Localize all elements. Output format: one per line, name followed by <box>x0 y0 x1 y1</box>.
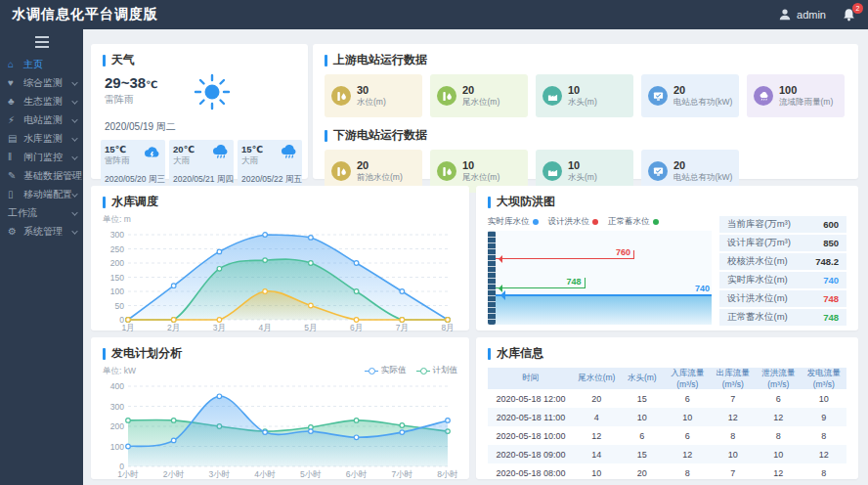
table-cell: 6 <box>620 426 666 445</box>
chevron-down-icon <box>71 191 77 197</box>
legend-label: 计划值 <box>433 365 458 376</box>
sidebar-item-3[interactable]: ⚡电站监测 <box>0 110 83 129</box>
svg-text:300: 300 <box>110 402 124 412</box>
sidebar-item-7[interactable]: ▯移动端配置 <box>0 185 83 203</box>
app-header: 水调信息化平台调度版 admin 2 <box>0 0 868 29</box>
system-icon: ⚙ <box>8 226 23 237</box>
sidebar-item-0[interactable]: ⌂主页 <box>0 55 83 73</box>
table-header: 时间 <box>488 368 574 389</box>
chevron-down-icon <box>71 154 77 159</box>
dam-title: 大坝防洪图 <box>476 186 858 214</box>
table-cell: 8 <box>756 426 802 445</box>
menu-toggle-icon[interactable] <box>0 29 83 55</box>
weather-condition: 雷阵雨 <box>105 93 157 107</box>
chevron-down-icon <box>71 228 77 234</box>
sidebar-nav: ⌂主页♥综合监测♣生态监测⚡电站监测▤水库监测‖闸门监控✎基础数据管理▯移动端配… <box>0 55 83 241</box>
sidebar-item-5[interactable]: ‖闸门监控 <box>0 148 83 166</box>
table-header: 尾水位(m) <box>574 368 620 389</box>
metric-label: 流域降雨量(m) <box>779 97 833 109</box>
normal-storage-level-line: 748 <box>496 287 586 288</box>
generation-legend: 实际值计划值 <box>365 365 457 376</box>
table-cell: 12 <box>802 445 847 463</box>
table-cell: 6 <box>665 426 711 445</box>
chart-legend-item[interactable]: 实际值 <box>365 365 407 376</box>
forecast-date: 2020/05/22 周五 <box>241 174 298 186</box>
sidebar-item-1[interactable]: ♥综合监测 <box>0 73 83 92</box>
table-cell: 6 <box>756 389 802 408</box>
table-cell: 4 <box>574 408 620 426</box>
dam-stat-row: 设计库容(万m³)850 <box>719 235 846 251</box>
power-icon <box>648 161 668 181</box>
reservoir-dispatch-title: 水库调度 <box>91 186 469 214</box>
metric-label: 水头(m) <box>568 172 597 184</box>
svg-text:250: 250 <box>110 244 124 254</box>
water-level-icon <box>437 161 456 181</box>
sidebar-item-2[interactable]: ♣生态监测 <box>0 92 83 110</box>
generation-plan-card: 发电计划分析 单位: kW 实际值计划值 01002003004001小时2小时… <box>91 337 469 479</box>
metric-value: 20 <box>673 159 732 172</box>
table-cell: 10 <box>665 408 711 426</box>
sidebar: ⌂主页♥综合监测♣生态监测⚡电站监测▤水库监测‖闸门监控✎基础数据管理▯移动端配… <box>0 29 83 485</box>
generation-plan-chart: 01002003004001小时2小时3小时4小时5小时6小时7小时8小时 <box>103 378 457 479</box>
reservoir-dispatch-chart: 0501001502002503001月2月3月4月5月6月7月8月 <box>103 227 457 332</box>
svg-text:1小时: 1小时 <box>117 469 139 479</box>
upstream-tile-3: 20电站总有功(kW) <box>641 74 739 117</box>
forecast-temp: 20℃ <box>173 144 195 154</box>
sidebar-item-label: 综合监测 <box>23 76 63 90</box>
metric-value: 10 <box>462 159 499 172</box>
table-row: 2020-05-18 09:00141512101012 <box>488 445 846 463</box>
legend-marker-icon <box>365 368 378 375</box>
dam-legend-item: 设计洪水位 <box>548 216 599 228</box>
sidebar-item-9[interactable]: ⚙系统管理 <box>0 222 83 241</box>
reservoir-dispatch-card: 水库调度 单位: m 0501001502002503001月2月3月4月5月6… <box>91 186 469 331</box>
upstream-tile-0: 30水位(m) <box>325 74 422 117</box>
svg-text:200: 200 <box>110 421 124 431</box>
svg-text:8月: 8月 <box>441 323 454 332</box>
metric-label: 尾水位(m) <box>462 172 499 184</box>
username: admin <box>797 9 826 21</box>
svg-text:8小时: 8小时 <box>437 469 457 479</box>
forecast-temp: 15℃ <box>241 144 263 154</box>
water-gauge-ruler-icon <box>488 231 496 325</box>
upstream-title: 上游电站运行数据 <box>313 44 858 72</box>
dam-legend-item: 实时库水位 <box>488 216 539 228</box>
sidebar-item-label: 闸门监控 <box>23 151 63 164</box>
table-cell: 2020-05-18 10:00 <box>488 426 574 445</box>
cloud-rain-icon <box>211 144 230 167</box>
table-header: 出库流量(m³/s) <box>711 368 757 389</box>
svg-text:6月: 6月 <box>350 323 363 332</box>
weather-title: 天气 <box>91 44 308 72</box>
home-icon: ⌂ <box>8 59 23 69</box>
water-level-icon <box>331 161 351 181</box>
table-cell: 15 <box>620 389 666 408</box>
sidebar-item-8[interactable]: 工作流 <box>0 203 83 222</box>
normal-storage-level-value: 748 <box>567 277 582 287</box>
svg-text:4月: 4月 <box>258 323 271 332</box>
table-cell: 8 <box>802 426 847 445</box>
realtime-water-level: 740 <box>496 294 712 325</box>
data-manage-icon: ✎ <box>8 170 23 181</box>
user-menu[interactable]: admin <box>778 8 826 22</box>
legend-marker-icon <box>416 368 430 375</box>
sidebar-item-4[interactable]: ▤水库监测 <box>0 129 83 148</box>
water-level-icon <box>331 86 351 106</box>
realtime-water-level-value: 740 <box>695 284 710 293</box>
stat-value: 748 <box>823 293 839 304</box>
svg-text:100: 100 <box>110 287 124 296</box>
table-cell: 10 <box>756 445 802 463</box>
legend-label: 实时库水位 <box>488 216 530 228</box>
table-cell: 12 <box>665 445 711 463</box>
sidebar-item-label: 电站监测 <box>23 113 63 127</box>
sidebar-item-6[interactable]: ✎基础数据管理 <box>0 166 83 185</box>
design-flood-level-line: 760 <box>496 258 634 259</box>
dam-stats: 当前库容(万m³)600设计库容(万m³)850校核洪水位(m)748.2实时库… <box>719 216 846 326</box>
reservoir-icon: ▤ <box>8 133 23 144</box>
chevron-down-icon <box>71 209 77 215</box>
notification-bell[interactable]: 2 <box>842 8 856 22</box>
sidebar-item-label: 移动端配置 <box>23 188 72 201</box>
dam-stat-row: 设计洪水位(m)748 <box>719 290 846 307</box>
stat-label: 设计库容(万m³) <box>727 237 791 249</box>
chevron-down-icon <box>71 135 77 141</box>
table-header: 水头(m) <box>620 368 666 389</box>
chart-legend-item[interactable]: 计划值 <box>416 365 458 376</box>
